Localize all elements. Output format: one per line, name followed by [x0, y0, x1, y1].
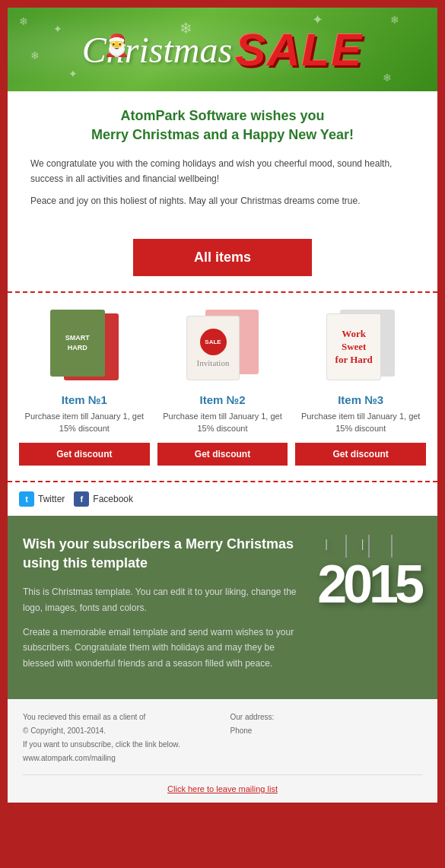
- card-light-main-3: WorkSweetfor Hard: [326, 313, 381, 380]
- item-image-3: WorkSweetfor Hard: [295, 308, 426, 384]
- card-white-main-2: SALE Invitation: [186, 316, 240, 380]
- snowflake: ❄: [383, 72, 392, 84]
- unsubscribe-link[interactable]: Click here to leave mailing list: [167, 784, 278, 793]
- item-name-3: Item №3: [338, 393, 383, 406]
- facebook-button[interactable]: f Facebook: [74, 491, 133, 507]
- item-card-3: WorkSweetfor Hard Item №3 Purchase item …: [295, 308, 426, 466]
- all-items-button[interactable]: All items: [133, 239, 312, 276]
- card-cursive-text-2: Invitation: [197, 358, 230, 367]
- discount-button-2[interactable]: Get discount: [157, 443, 288, 466]
- item-desc-3: Purchase item till January 1, get 15% di…: [295, 410, 426, 435]
- snowflake: ❄: [390, 14, 399, 26]
- card-green-text-1: SMARTHARD: [65, 333, 90, 354]
- promo-text-col: Wish your subscribers a Merry Christmas …: [23, 535, 304, 680]
- snowflake: ✦: [53, 23, 62, 35]
- item-name-1: Item №1: [62, 393, 107, 406]
- snowflake: ✦: [68, 68, 78, 80]
- greeting-title: AtomPark Software wishes you Merry Chris…: [30, 107, 415, 145]
- year-ornament: 2015: [317, 535, 421, 611]
- discount-button-1[interactable]: Get discount: [19, 443, 150, 466]
- greeting-title-line2: Merry Christmas and a Happy New Year!: [91, 127, 354, 142]
- facebook-label: Facebook: [93, 494, 133, 504]
- promo-body2: Create a memorable email template and se…: [23, 625, 304, 671]
- footer-left-line2: © Copyright, 2001-2014.: [23, 724, 215, 738]
- item-img-wrapper-2: SALE Invitation: [186, 310, 259, 382]
- footer-section: You recieved this email as a client of ©…: [8, 699, 437, 803]
- christmas-text-group: 🎅 Christmas: [82, 29, 232, 71]
- item-image-1: SMARTHARD: [19, 308, 150, 384]
- card-light-text-3: WorkSweetfor Hard: [335, 328, 373, 367]
- item-img-wrapper-1: SMARTHARD: [50, 310, 119, 382]
- social-section: t Twitter f Facebook: [8, 482, 437, 516]
- items-section: SMARTHARD Item №1 Purchase item till Jan…: [8, 291, 437, 482]
- twitter-icon: t: [19, 491, 34, 507]
- item-desc-1: Purchase item till January 1, get 15% di…: [19, 410, 150, 435]
- snowflake: ❄: [19, 15, 28, 27]
- item-img-wrapper-3: WorkSweetfor Hard: [326, 310, 395, 382]
- card-green-1: SMARTHARD: [50, 310, 105, 377]
- greeting-body2: Peace and joy on this holiest of nights.…: [30, 194, 415, 208]
- footer-content: You recieved this email as a client of ©…: [23, 711, 422, 765]
- footer-right-line3: Phone: [230, 724, 423, 738]
- greeting-section: AtomPark Software wishes you Merry Chris…: [8, 91, 437, 227]
- greeting-title-line1: AtomPark Software wishes you: [120, 108, 324, 123]
- email-container: ❄ ✦ ❄ ✦ ❄ ✦ ❄ ❄ ✦ 🎅 Christmas SALE At: [8, 8, 437, 803]
- item-desc-2: Purchase item till January 1, get 15% di…: [157, 410, 288, 435]
- item-card-1: SMARTHARD Item №1 Purchase item till Jan…: [19, 308, 150, 466]
- twitter-button[interactable]: t Twitter: [19, 491, 65, 507]
- facebook-icon: f: [74, 491, 89, 507]
- banner-sale-text: SALE: [235, 24, 363, 76]
- twitter-label: Twitter: [38, 494, 65, 504]
- footer-link-section: Click here to leave mailing list: [23, 774, 422, 795]
- year-display: 2015: [317, 558, 421, 611]
- outer-wrapper: ❄ ✦ ❄ ✦ ❄ ✦ ❄ ❄ ✦ 🎅 Christmas SALE At: [0, 0, 445, 868]
- item-card-2: SALE Invitation Item №2 Purchase item ti…: [157, 308, 288, 466]
- item-image-2: SALE Invitation: [157, 308, 288, 384]
- promo-title: Wish your subscribers a Merry Christmas …: [23, 535, 304, 573]
- year-text: 2015: [317, 555, 421, 614]
- discount-button-3[interactable]: Get discount: [295, 443, 426, 466]
- header-banner: ❄ ✦ ❄ ✦ ❄ ✦ ❄ ❄ ✦ 🎅 Christmas SALE: [8, 8, 437, 91]
- snowflake: ❄: [30, 49, 40, 62]
- footer-left-line4: www.atompark.com/mailing: [23, 752, 215, 765]
- banner-text-wrapper: 🎅 Christmas SALE: [82, 24, 363, 76]
- items-grid: SMARTHARD Item №1 Purchase item till Jan…: [19, 308, 426, 466]
- footer-left-line1: You recieved this email as a client of: [23, 711, 215, 724]
- footer-left-line3: If you want to unsubscribe, click the li…: [23, 738, 215, 752]
- promo-section: Wish your subscribers a Merry Christmas …: [8, 516, 437, 699]
- promo-body1: This is Christmas template. You can edit…: [23, 584, 304, 615]
- footer-right-line1: Our address:: [230, 711, 423, 724]
- santa-hat-icon: 🎅: [103, 33, 130, 58]
- promo-year-col: 2015: [316, 535, 422, 611]
- footer-right: Our address: Phone: [230, 711, 423, 765]
- item-name-2: Item №2: [199, 393, 245, 406]
- all-items-section: All items: [8, 227, 437, 291]
- card-sale-circle-2: SALE: [200, 329, 227, 355]
- greeting-body1: We congratulate you with the coming holi…: [30, 157, 415, 186]
- footer-left: You recieved this email as a client of ©…: [23, 711, 215, 765]
